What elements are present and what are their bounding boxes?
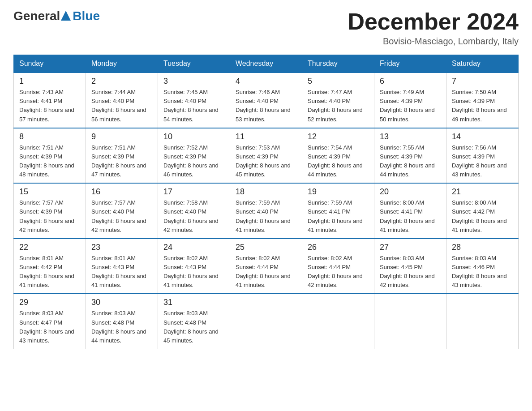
calendar-day-cell: 23Sunrise: 8:01 AMSunset: 4:43 PMDayligh… xyxy=(86,239,158,294)
day-info: Sunrise: 8:01 AMSunset: 4:43 PMDaylight:… xyxy=(91,254,152,290)
calendar-day-cell: 17Sunrise: 7:58 AMSunset: 4:40 PMDayligh… xyxy=(158,183,230,239)
day-number: 25 xyxy=(236,243,296,252)
calendar-day-cell xyxy=(446,294,519,349)
calendar-week-row: 8Sunrise: 7:51 AMSunset: 4:39 PMDaylight… xyxy=(14,128,519,184)
day-info: Sunrise: 7:49 AMSunset: 4:39 PMDaylight:… xyxy=(380,88,441,124)
calendar-day-cell: 21Sunrise: 8:00 AMSunset: 4:42 PMDayligh… xyxy=(446,183,519,239)
day-number: 28 xyxy=(452,243,513,252)
day-number: 4 xyxy=(236,77,296,86)
calendar-day-cell: 4Sunrise: 7:46 AMSunset: 4:40 PMDaylight… xyxy=(230,73,302,128)
day-number: 9 xyxy=(91,132,152,141)
calendar-week-row: 22Sunrise: 8:01 AMSunset: 4:42 PMDayligh… xyxy=(14,239,519,294)
calendar-day-cell xyxy=(302,294,374,349)
logo-blue-part: Blue xyxy=(60,9,100,23)
calendar-day-cell: 15Sunrise: 7:57 AMSunset: 4:39 PMDayligh… xyxy=(14,183,86,239)
day-number: 29 xyxy=(19,298,80,307)
calendar-day-cell: 1Sunrise: 7:43 AMSunset: 4:41 PMDaylight… xyxy=(14,73,86,128)
day-info: Sunrise: 8:03 AMSunset: 4:48 PMDaylight:… xyxy=(91,309,152,345)
day-info: Sunrise: 7:57 AMSunset: 4:39 PMDaylight:… xyxy=(19,198,80,235)
day-info: Sunrise: 7:43 AMSunset: 4:41 PMDaylight:… xyxy=(19,88,80,124)
day-info: Sunrise: 7:44 AMSunset: 4:40 PMDaylight:… xyxy=(91,88,152,124)
calendar-day-cell: 14Sunrise: 7:56 AMSunset: 4:39 PMDayligh… xyxy=(446,128,519,184)
calendar-day-cell: 30Sunrise: 8:03 AMSunset: 4:48 PMDayligh… xyxy=(86,294,158,349)
svg-marker-0 xyxy=(61,11,71,21)
calendar-day-cell: 22Sunrise: 8:01 AMSunset: 4:42 PMDayligh… xyxy=(14,239,86,294)
calendar-day-cell: 5Sunrise: 7:47 AMSunset: 4:40 PMDaylight… xyxy=(302,73,374,128)
logo-triangle-icon xyxy=(61,11,71,21)
month-title: December 2024 xyxy=(348,9,519,34)
day-number: 30 xyxy=(91,298,152,307)
calendar-day-cell: 27Sunrise: 8:03 AMSunset: 4:45 PMDayligh… xyxy=(374,239,446,294)
day-number: 5 xyxy=(308,77,369,86)
calendar-day-cell: 16Sunrise: 7:57 AMSunset: 4:40 PMDayligh… xyxy=(86,183,158,239)
calendar-day-cell: 12Sunrise: 7:54 AMSunset: 4:39 PMDayligh… xyxy=(302,128,374,184)
day-info: Sunrise: 7:47 AMSunset: 4:40 PMDaylight:… xyxy=(308,88,369,124)
day-number: 23 xyxy=(91,243,152,252)
location-subtitle: Bovisio-Masciago, Lombardy, Italy xyxy=(348,36,519,47)
weekday-header-saturday: Saturday xyxy=(446,55,519,73)
day-info: Sunrise: 7:51 AMSunset: 4:39 PMDaylight:… xyxy=(19,143,80,180)
calendar-day-cell: 7Sunrise: 7:50 AMSunset: 4:39 PMDaylight… xyxy=(446,73,519,128)
day-number: 16 xyxy=(91,187,152,197)
day-number: 11 xyxy=(236,132,296,141)
calendar-day-cell: 19Sunrise: 7:59 AMSunset: 4:41 PMDayligh… xyxy=(302,183,374,239)
weekday-header-monday: Monday xyxy=(86,55,158,73)
calendar-day-cell: 29Sunrise: 8:03 AMSunset: 4:47 PMDayligh… xyxy=(14,294,86,349)
day-number: 19 xyxy=(308,187,369,197)
calendar-day-cell: 6Sunrise: 7:49 AMSunset: 4:39 PMDaylight… xyxy=(374,73,446,128)
calendar-week-row: 29Sunrise: 8:03 AMSunset: 4:47 PMDayligh… xyxy=(14,294,519,349)
logo-general-text: General xyxy=(13,9,60,23)
day-info: Sunrise: 7:51 AMSunset: 4:39 PMDaylight:… xyxy=(91,143,152,180)
day-number: 6 xyxy=(380,77,441,86)
day-number: 3 xyxy=(163,77,224,86)
day-number: 22 xyxy=(19,243,80,252)
title-area: December 2024 Bovisio-Masciago, Lombardy… xyxy=(348,9,519,47)
weekday-header-thursday: Thursday xyxy=(302,55,374,73)
day-info: Sunrise: 8:00 AMSunset: 4:41 PMDaylight:… xyxy=(380,198,441,235)
day-info: Sunrise: 8:03 AMSunset: 4:47 PMDaylight:… xyxy=(19,309,80,345)
calendar-day-cell: 20Sunrise: 8:00 AMSunset: 4:41 PMDayligh… xyxy=(374,183,446,239)
day-info: Sunrise: 7:59 AMSunset: 4:41 PMDaylight:… xyxy=(308,198,369,235)
day-number: 14 xyxy=(452,132,513,141)
logo-blue-text: Blue xyxy=(73,9,100,23)
day-info: Sunrise: 7:54 AMSunset: 4:39 PMDaylight:… xyxy=(308,143,369,180)
day-info: Sunrise: 8:03 AMSunset: 4:46 PMDaylight:… xyxy=(452,254,513,290)
day-info: Sunrise: 7:53 AMSunset: 4:39 PMDaylight:… xyxy=(236,143,296,180)
weekday-header-wednesday: Wednesday xyxy=(230,55,302,73)
day-number: 21 xyxy=(452,187,513,197)
day-info: Sunrise: 7:45 AMSunset: 4:40 PMDaylight:… xyxy=(163,88,224,124)
calendar-day-cell xyxy=(374,294,446,349)
calendar-week-row: 15Sunrise: 7:57 AMSunset: 4:39 PMDayligh… xyxy=(14,183,519,239)
day-number: 24 xyxy=(163,243,224,252)
calendar-week-row: 1Sunrise: 7:43 AMSunset: 4:41 PMDaylight… xyxy=(14,73,519,128)
calendar-day-cell: 28Sunrise: 8:03 AMSunset: 4:46 PMDayligh… xyxy=(446,239,519,294)
calendar-day-cell: 31Sunrise: 8:03 AMSunset: 4:48 PMDayligh… xyxy=(158,294,230,349)
calendar-day-cell: 11Sunrise: 7:53 AMSunset: 4:39 PMDayligh… xyxy=(230,128,302,184)
day-number: 27 xyxy=(380,243,441,252)
day-info: Sunrise: 7:50 AMSunset: 4:39 PMDaylight:… xyxy=(452,88,513,124)
calendar-day-cell: 25Sunrise: 8:02 AMSunset: 4:44 PMDayligh… xyxy=(230,239,302,294)
calendar-day-cell: 2Sunrise: 7:44 AMSunset: 4:40 PMDaylight… xyxy=(86,73,158,128)
day-number: 1 xyxy=(19,77,80,86)
day-number: 26 xyxy=(308,243,369,252)
day-info: Sunrise: 8:00 AMSunset: 4:42 PMDaylight:… xyxy=(452,198,513,235)
calendar-day-cell: 8Sunrise: 7:51 AMSunset: 4:39 PMDaylight… xyxy=(14,128,86,184)
calendar-day-cell xyxy=(230,294,302,349)
day-info: Sunrise: 8:02 AMSunset: 4:44 PMDaylight:… xyxy=(236,254,296,290)
calendar-day-cell: 13Sunrise: 7:55 AMSunset: 4:39 PMDayligh… xyxy=(374,128,446,184)
page-header: General Blue December 2024 Bovisio-Masci… xyxy=(13,9,519,47)
calendar-day-cell: 10Sunrise: 7:52 AMSunset: 4:39 PMDayligh… xyxy=(158,128,230,184)
day-info: Sunrise: 7:55 AMSunset: 4:39 PMDaylight:… xyxy=(380,143,441,180)
day-info: Sunrise: 8:03 AMSunset: 4:45 PMDaylight:… xyxy=(380,254,441,290)
calendar-day-cell: 9Sunrise: 7:51 AMSunset: 4:39 PMDaylight… xyxy=(86,128,158,184)
day-number: 7 xyxy=(452,77,513,86)
day-info: Sunrise: 7:52 AMSunset: 4:39 PMDaylight:… xyxy=(163,143,224,180)
calendar-day-cell: 26Sunrise: 8:02 AMSunset: 4:44 PMDayligh… xyxy=(302,239,374,294)
day-number: 17 xyxy=(163,187,224,197)
day-info: Sunrise: 7:57 AMSunset: 4:40 PMDaylight:… xyxy=(91,198,152,235)
day-number: 31 xyxy=(163,298,224,307)
day-number: 15 xyxy=(19,187,80,197)
calendar-day-cell: 18Sunrise: 7:59 AMSunset: 4:40 PMDayligh… xyxy=(230,183,302,239)
calendar-day-cell: 3Sunrise: 7:45 AMSunset: 4:40 PMDaylight… xyxy=(158,73,230,128)
day-info: Sunrise: 7:58 AMSunset: 4:40 PMDaylight:… xyxy=(163,198,224,235)
